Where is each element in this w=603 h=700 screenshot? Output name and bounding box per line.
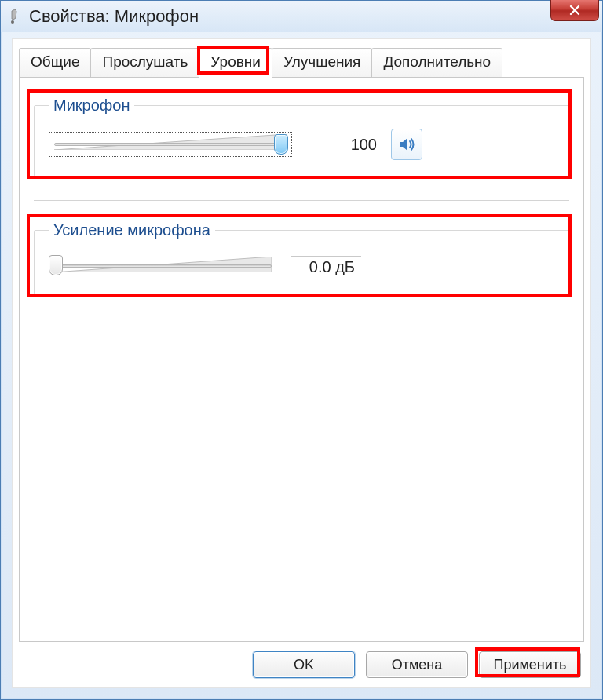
tab-general[interactable]: Общие	[19, 48, 91, 78]
svg-marker-1	[54, 134, 287, 150]
tab-strip: Общие Прослушать Уровни Улучшения Дополн…	[13, 39, 590, 77]
microphone-value: 100	[306, 136, 377, 154]
boost-slider-thumb[interactable]	[49, 255, 63, 275]
separator	[34, 200, 569, 201]
window-title: Свойства: Микрофон	[29, 6, 199, 27]
titlebar: Свойства: Микрофон	[1, 1, 602, 32]
microphone-row: 100	[49, 129, 554, 160]
tab-page-levels: Микрофон 100	[19, 77, 584, 642]
close-button[interactable]	[550, 0, 599, 21]
tab-listen[interactable]: Прослушать	[90, 48, 199, 78]
slider-wedge-icon	[54, 134, 287, 150]
microphone-boost-group: Усиление микрофона 0.0 дБ	[34, 221, 569, 295]
boost-value: 0.0 дБ	[291, 256, 361, 276]
slider-track	[54, 143, 287, 146]
tab-enhancements[interactable]: Улучшения	[272, 48, 373, 78]
dialog-buttons: OK Отмена Применить	[22, 651, 581, 678]
client-area: Общие Прослушать Уровни Улучшения Дополн…	[12, 38, 591, 688]
slider-track	[53, 264, 272, 268]
tab-levels[interactable]: Уровни	[199, 48, 272, 78]
microphone-slider[interactable]	[49, 132, 292, 157]
ok-button[interactable]: OK	[253, 651, 355, 678]
microphone-legend: Микрофон	[49, 97, 134, 115]
speaker-icon	[397, 135, 416, 154]
boost-slider[interactable]	[49, 253, 276, 279]
microphone-level-group: Микрофон 100	[34, 97, 569, 177]
apply-button[interactable]: Применить	[479, 651, 581, 678]
microphone-slider-thumb[interactable]	[274, 134, 288, 155]
boost-legend: Усиление микрофона	[49, 221, 215, 239]
boost-row: 0.0 дБ	[49, 253, 554, 279]
svg-point-0	[11, 20, 14, 24]
mute-button[interactable]	[391, 129, 422, 160]
microphone-icon	[7, 9, 23, 24]
tab-advanced[interactable]: Дополнительно	[371, 48, 502, 78]
cancel-button[interactable]: Отмена	[366, 651, 468, 678]
properties-window: Свойства: Микрофон Общие Прослушать Уров…	[0, 0, 603, 700]
